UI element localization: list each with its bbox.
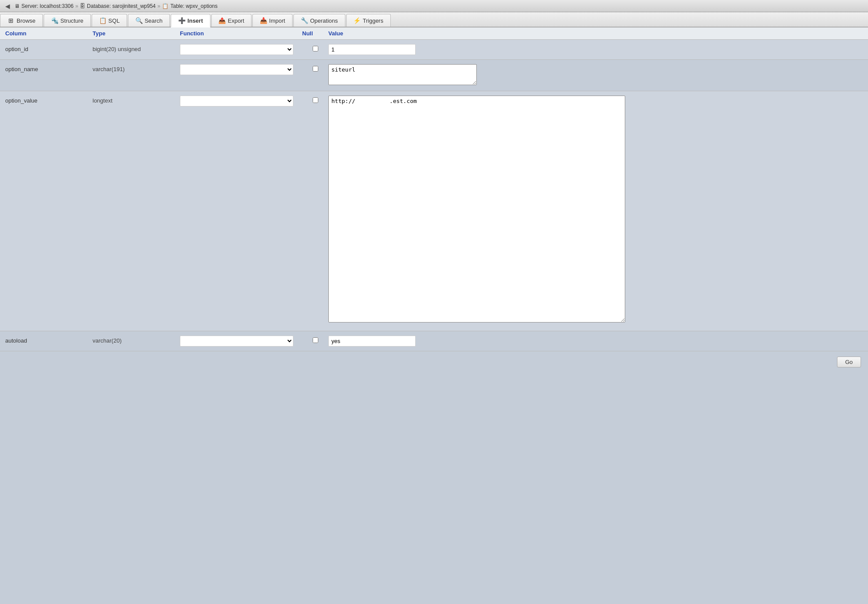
tab-export-label: Export bbox=[228, 17, 245, 24]
tab-export[interactable]: 📤 Export bbox=[211, 14, 252, 27]
value-textarea-option-value[interactable]: http:// .est.com bbox=[328, 96, 625, 323]
tab-search[interactable]: 🔍 Search bbox=[128, 14, 170, 27]
title-bar: ◀ 🖥 Server: localhost:3306 » 🗄 Database:… bbox=[0, 0, 868, 12]
tab-browse-label: Browse bbox=[17, 17, 35, 24]
function-select-option-value[interactable] bbox=[180, 96, 293, 106]
func-autoload bbox=[180, 336, 302, 347]
triggers-icon: ⚡ bbox=[354, 17, 361, 24]
structure-icon: 🔩 bbox=[51, 17, 58, 24]
back-button[interactable]: ◀ bbox=[3, 3, 12, 10]
function-select-option-id[interactable] bbox=[180, 44, 293, 55]
null-option-id bbox=[302, 44, 328, 53]
tab-triggers-label: Triggers bbox=[363, 17, 383, 24]
tab-structure-label: Structure bbox=[60, 17, 83, 24]
export-icon: 📤 bbox=[219, 17, 226, 24]
tab-insert-label: Insert bbox=[187, 17, 203, 24]
tab-search-label: Search bbox=[145, 17, 162, 24]
null-option-name bbox=[302, 64, 328, 73]
value-option-name: siteurl bbox=[328, 64, 863, 86]
tab-operations[interactable]: 🔧 Operations bbox=[293, 14, 345, 27]
sql-icon: 📋 bbox=[99, 17, 106, 24]
value-input-option-id[interactable] bbox=[328, 44, 416, 55]
col-option-value: option_value bbox=[5, 96, 93, 104]
go-button[interactable]: Go bbox=[837, 357, 861, 367]
sep2: » bbox=[158, 3, 161, 9]
col-option-id: option_id bbox=[5, 44, 93, 52]
nav-tabs: ⊞ Browse 🔩 Structure 📋 SQL 🔍 Search ➕ In… bbox=[0, 12, 868, 27]
sep1: » bbox=[75, 3, 78, 9]
func-option-name bbox=[180, 64, 302, 75]
row-option-name: option_name varchar(191) siteurl bbox=[0, 60, 868, 91]
null-checkbox-option-id[interactable] bbox=[313, 46, 318, 51]
header-value: Value bbox=[328, 30, 863, 37]
tab-structure[interactable]: 🔩 Structure bbox=[44, 14, 91, 27]
type-option-name: varchar(191) bbox=[93, 64, 180, 72]
import-icon: 📥 bbox=[260, 17, 267, 24]
tab-browse[interactable]: ⊞ Browse bbox=[0, 14, 43, 27]
null-checkbox-option-name[interactable] bbox=[313, 66, 318, 72]
operations-icon: 🔧 bbox=[301, 17, 308, 24]
header-type: Type bbox=[93, 30, 180, 37]
header-column: Column bbox=[5, 30, 93, 37]
row-autoload: autoload varchar(20) bbox=[0, 331, 868, 351]
col-autoload: autoload bbox=[5, 336, 93, 344]
insert-icon: ➕ bbox=[178, 17, 185, 24]
server-icon: 🖥 bbox=[14, 3, 20, 9]
null-autoload bbox=[302, 336, 328, 344]
go-row: Go bbox=[0, 351, 868, 373]
server-label: Server: localhost:3306 bbox=[21, 3, 73, 9]
row-option-id: option_id bigint(20) unsigned bbox=[0, 40, 868, 60]
database-icon: 🗄 bbox=[80, 3, 85, 9]
tab-sql[interactable]: 📋 SQL bbox=[92, 14, 127, 27]
header-null: Null bbox=[302, 30, 328, 37]
type-option-value: longtext bbox=[93, 96, 180, 104]
value-input-autoload[interactable] bbox=[328, 336, 416, 347]
main-content: Column Type Function Null Value option_i… bbox=[0, 27, 868, 597]
breadcrumb: 🖥 Server: localhost:3306 » 🗄 Database: s… bbox=[14, 3, 217, 9]
data-rows: option_id bigint(20) unsigned option_nam… bbox=[0, 40, 868, 351]
tab-triggers[interactable]: ⚡ Triggers bbox=[346, 14, 391, 27]
value-textarea-option-name[interactable]: siteurl bbox=[328, 64, 477, 85]
browse-icon: ⊞ bbox=[7, 17, 14, 24]
tab-operations-label: Operations bbox=[310, 17, 338, 24]
tab-sql-label: SQL bbox=[108, 17, 120, 24]
type-option-id: bigint(20) unsigned bbox=[93, 44, 180, 52]
database-label: Database: sarojinitest_wp954 bbox=[87, 3, 155, 9]
table-label: Table: wpxv_options bbox=[170, 3, 217, 9]
function-select-option-name[interactable] bbox=[180, 64, 293, 75]
function-select-autoload[interactable] bbox=[180, 336, 293, 347]
value-option-value: http:// .est.com bbox=[328, 96, 863, 324]
header-function: Function bbox=[180, 30, 302, 37]
func-option-id bbox=[180, 44, 302, 55]
search-icon: 🔍 bbox=[135, 17, 142, 24]
column-headers: Column Type Function Null Value bbox=[0, 27, 868, 40]
table-icon: 📋 bbox=[162, 3, 169, 9]
tab-import-label: Import bbox=[269, 17, 285, 24]
tab-insert[interactable]: ➕ Insert bbox=[171, 14, 210, 27]
tab-import[interactable]: 📥 Import bbox=[252, 14, 293, 27]
null-checkbox-autoload[interactable] bbox=[313, 337, 318, 343]
func-option-value bbox=[180, 96, 302, 106]
row-option-value: option_value longtext http:// .est.com bbox=[0, 91, 868, 331]
value-option-id bbox=[328, 44, 863, 55]
value-autoload bbox=[328, 336, 863, 347]
type-autoload: varchar(20) bbox=[93, 336, 180, 344]
null-option-value bbox=[302, 96, 328, 104]
col-option-name: option_name bbox=[5, 64, 93, 72]
null-checkbox-option-value[interactable] bbox=[313, 97, 318, 103]
